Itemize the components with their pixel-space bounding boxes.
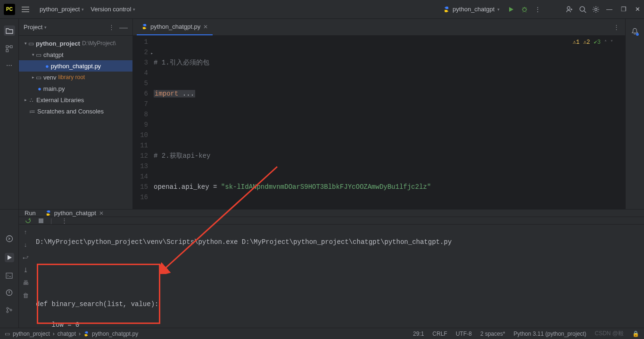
inspections-widget[interactable]: ⚠1 ⚠2 ✔3 ˄ ˅ [573,39,613,46]
right-toolbar [625,19,644,209]
console-output[interactable]: D:\MyProject\python_project\venv\Scripts… [32,225,644,339]
line-number[interactable]: 4 [133,68,148,78]
python-icon: ● [45,63,49,70]
tree-folder-chatgpt[interactable]: ▾▭chatgpt [19,49,132,60]
search-icon[interactable] [576,6,589,13]
run-label: Run [25,210,36,217]
tree-external-libs[interactable]: ▸⛬External Libraries [19,94,132,105]
editor-tab[interactable]: python_chatgpt.py ✕ [137,19,213,35]
line-number[interactable]: 5 [133,78,148,89]
tree-scratches[interactable]: ≔Scratches and Consoles [19,105,132,117]
vcs-icon[interactable] [6,307,13,314]
python-console-icon[interactable] [6,235,13,242]
debug-button[interactable] [518,6,531,13]
python-icon [45,210,51,216]
line-number[interactable]: 15 [133,182,148,192]
rerun-button[interactable] [25,217,32,224]
clear-icon[interactable]: 🗑 [23,292,29,299]
left-toolbar: ⋯ [0,19,19,209]
close-tab-icon[interactable]: ✕ [203,24,208,30]
svg-point-1 [567,7,570,9]
line-number[interactable]: 8 [133,109,148,120]
svg-rect-8 [6,273,12,278]
project-tool-icon[interactable] [4,25,15,36]
fold-icon[interactable]: ▸ [151,48,153,59]
run-options-icon[interactable]: ⋮ [61,217,67,224]
structure-tool-icon[interactable] [6,45,13,52]
line-number[interactable]: 3 [133,57,148,68]
prev-highlight-icon[interactable]: ˄ [604,40,607,45]
close-button[interactable]: ✕ [635,6,640,13]
svg-rect-13 [39,218,43,223]
maximize-button[interactable]: ❐ [621,6,627,13]
project-pane-title: Project [24,24,42,31]
svg-point-11 [7,311,8,313]
tab-label: python_chatgpt.py [150,23,200,30]
line-number[interactable]: 6 [133,89,148,99]
warning-indicator: ⚠2 [583,39,590,46]
left-toolbar-lower [0,210,19,328]
line-number[interactable]: 9 [133,120,148,130]
tree-root[interactable]: ▾▭python_projectD:\MyProject\ [19,38,132,49]
run-tool-window: Run python_chatgpt ✕ | ⋮ ↑ ↓ ⮐ ⤓ 🖶 🗑 D:\… [0,209,644,328]
line-number[interactable]: 2▸ [133,47,148,57]
run-tool-icon[interactable] [5,253,14,262]
chevron-down-icon[interactable]: ▾ [44,25,47,30]
soft-wrap-icon[interactable]: ⮐ [23,254,29,261]
breadcrumb-project[interactable]: python_project ▾ [40,6,84,13]
editor-tabs: python_chatgpt.py ✕ ⋮ [133,19,625,36]
code-area[interactable]: ⚠1 ⚠2 ✔3 ˄ ˅ 1 2▸ 3 4 5 6 7 8 9 10 [133,36,625,209]
python-icon [141,24,148,30]
svg-point-0 [522,8,526,12]
print-icon[interactable]: 🖶 [23,279,29,286]
line-number[interactable]: 14 [133,171,148,182]
run-tab[interactable]: python_chatgpt ✕ [41,210,107,217]
stop-button[interactable] [38,218,44,224]
typo-indicator: ✔3 [594,39,601,46]
run-button[interactable] [504,6,518,13]
svg-rect-5 [10,46,12,48]
close-tab-icon[interactable]: ✕ [99,210,104,217]
svg-point-3 [595,8,597,10]
settings-icon[interactable] [589,6,603,13]
line-number[interactable]: 10 [133,130,148,140]
code-with-me-icon[interactable] [563,6,576,13]
chevron-down-icon: ▾ [82,7,84,12]
line-number[interactable]: 1 [133,37,148,47]
problems-icon[interactable] [6,289,13,296]
notifications-icon[interactable] [631,27,638,35]
main-menu-icon[interactable] [22,7,31,12]
run-config-label: python_chatgpt [453,6,495,13]
gutter: 1 2▸ 3 4 5 6 7 8 9 10 11 12 13 14 15 16 [133,36,152,209]
line-number[interactable]: 16 [133,192,148,202]
more-tool-icon[interactable]: ⋯ [6,62,12,69]
terminal-icon[interactable] [6,273,13,279]
svg-rect-6 [6,49,8,52]
app-logo: PC [4,4,15,15]
tree-file-main[interactable]: ●main.py [19,83,132,94]
tree-file-selected[interactable]: ●python_chatgpt.py [19,60,132,72]
project-options-icon[interactable]: ⋮ [108,24,115,31]
svg-point-10 [7,307,8,309]
more-actions-icon[interactable]: ⋮ [531,6,544,13]
hide-pane-icon[interactable]: — [119,25,128,30]
line-number[interactable]: 11 [133,140,148,151]
chevron-down-icon: ▾ [133,7,135,12]
tab-options-icon[interactable]: ⋮ [613,24,619,31]
line-number[interactable]: 12 [133,151,148,161]
svg-point-2 [580,7,585,11]
status-folder-icon[interactable]: ▭ [5,331,10,337]
chevron-down-icon: ▾ [497,7,500,12]
tree-folder-venv[interactable]: ▸▭venvlibrary root [19,72,132,83]
up-icon[interactable]: ↑ [24,228,27,235]
breadcrumb-vcs[interactable]: Version control ▾ [91,6,135,13]
run-toolbar: | ⋮ [19,217,644,225]
down-icon[interactable]: ↓ [24,241,27,248]
notification-badge [636,33,639,36]
run-config-selector[interactable]: python_chatgpt ▾ [443,6,500,13]
next-highlight-icon[interactable]: ˅ [611,40,613,45]
line-number[interactable]: 7 [133,99,148,109]
minimize-button[interactable]: — [606,6,612,13]
scroll-end-icon[interactable]: ⤓ [23,266,28,274]
line-number[interactable]: 13 [133,161,148,171]
